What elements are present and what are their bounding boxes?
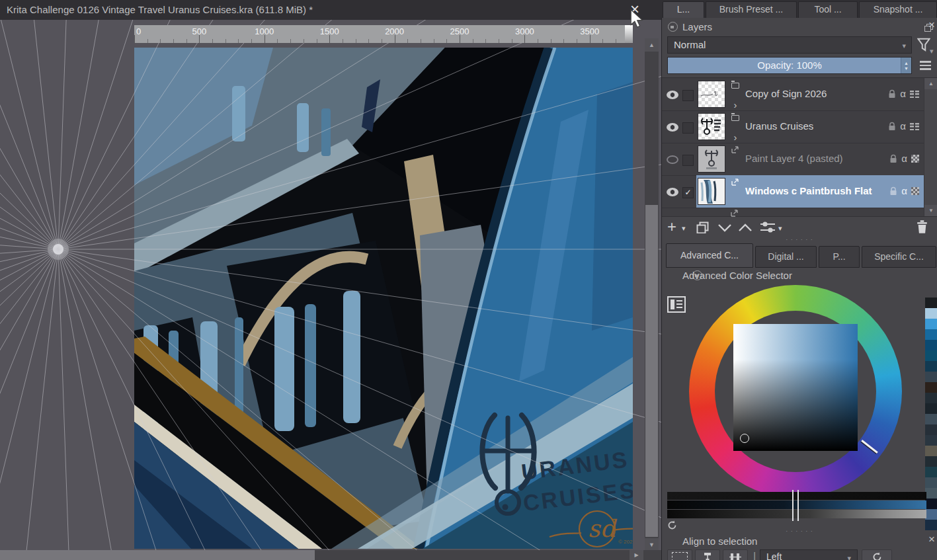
- scroll-right-button[interactable]: ▶: [630, 550, 643, 560]
- history-swatch[interactable]: [925, 298, 937, 308]
- tab-specific-color[interactable]: Specific C...: [862, 246, 936, 268]
- tab-brush-preset[interactable]: Brush Preset ...: [706, 1, 797, 18]
- visibility-eye-icon[interactable]: [667, 188, 678, 196]
- alpha-icon[interactable]: α: [901, 154, 907, 163]
- scroll-down-button[interactable]: ▼: [645, 538, 659, 551]
- align-refresh-button[interactable]: [862, 549, 892, 560]
- visibility-eye-icon[interactable]: [667, 123, 678, 132]
- lock-icon[interactable]: [889, 186, 897, 196]
- layer-checkbox[interactable]: [682, 155, 694, 166]
- history-swatch[interactable]: [925, 488, 937, 499]
- opacity-slider[interactable]: Opacity: 100% ▲▼: [667, 57, 912, 74]
- layer-checkbox[interactable]: [682, 122, 694, 134]
- history-swatch[interactable]: [925, 319, 937, 329]
- lightness-strip[interactable]: [667, 492, 926, 500]
- history-swatch[interactable]: [925, 340, 937, 350]
- history-swatch[interactable]: [925, 456, 937, 467]
- close-docker-icon[interactable]: ×: [928, 535, 935, 544]
- layer-name[interactable]: Uranus Cruises: [745, 120, 813, 132]
- blend-mode-dropdown[interactable]: Normal ▾: [667, 36, 912, 54]
- tab-palette[interactable]: P...: [819, 246, 860, 268]
- layer-properties-button[interactable]: [760, 221, 776, 233]
- layer-row[interactable]: › Copy of Sign 2026 α: [662, 78, 924, 111]
- close-button[interactable]: ×: [624, 0, 645, 20]
- visibility-eye-icon[interactable]: [667, 155, 678, 164]
- history-swatch[interactable]: [925, 329, 937, 340]
- history-swatch[interactable]: [925, 424, 937, 435]
- duplicate-layer-button[interactable]: [696, 221, 710, 233]
- color-slider-strips[interactable]: [667, 492, 926, 519]
- layer-checkbox[interactable]: ✓: [682, 187, 694, 198]
- layer-name[interactable]: Copy of Sign 2026: [745, 88, 827, 99]
- history-swatch[interactable]: [925, 308, 937, 319]
- history-swatch[interactable]: [925, 477, 937, 488]
- history-swatch[interactable]: [925, 393, 937, 403]
- scroll-down-button[interactable]: ▼: [924, 205, 937, 216]
- tab-tool[interactable]: Tool ...: [798, 1, 858, 18]
- tab-digital-colors[interactable]: Digital ...: [755, 246, 817, 268]
- alpha-channel-icon[interactable]: [911, 155, 919, 163]
- chevron-right-icon[interactable]: ›: [729, 134, 741, 141]
- layer-row-selected[interactable]: ✓ Windows c Paintbrush Flat α: [662, 175, 924, 208]
- group-layer-badge[interactable]: ›: [729, 112, 741, 141]
- history-swatch[interactable]: [925, 509, 937, 520]
- history-swatch[interactable]: [925, 467, 937, 477]
- lock-icon[interactable]: [888, 89, 896, 99]
- history-swatch[interactable]: [925, 382, 937, 393]
- distribute-mode-button[interactable]: [723, 549, 748, 560]
- move-layer-down-button[interactable]: [717, 223, 732, 232]
- layer-row[interactable]: › Uranus Cruises α: [662, 110, 924, 143]
- move-layer-up-button[interactable]: [738, 223, 753, 232]
- scroll-up-button[interactable]: ▲: [645, 38, 659, 52]
- splitter-handle[interactable]: · · · · · ·: [662, 529, 937, 533]
- alpha-icon[interactable]: α: [900, 122, 906, 131]
- alpha-icon[interactable]: α: [901, 186, 907, 196]
- history-swatch[interactable]: [925, 350, 937, 361]
- chevron-right-icon[interactable]: ›: [729, 102, 741, 108]
- layer-row[interactable]: Paint Layer 4 (pasted) α: [662, 143, 924, 176]
- delete-layer-button[interactable]: [917, 220, 928, 233]
- lock-icon[interactable]: [888, 122, 896, 131]
- splitter-handle[interactable]: · · · · · ·: [662, 237, 937, 241]
- align-side-dropdown[interactable]: Left ▾: [760, 549, 858, 560]
- filter-icon[interactable]: [917, 38, 930, 52]
- vertical-scrollbar[interactable]: ▲ ▼: [645, 38, 659, 551]
- tab-advanced-color[interactable]: Advanced C...: [666, 243, 753, 268]
- history-swatch[interactable]: [925, 361, 937, 372]
- layers-menu-icon[interactable]: [920, 61, 931, 70]
- layer-list-scrollbar[interactable]: ▲ ▼: [924, 78, 937, 216]
- value-strip[interactable]: [667, 510, 926, 518]
- saturation-strip[interactable]: [667, 500, 926, 509]
- history-swatch[interactable]: [925, 446, 937, 456]
- layer-name[interactable]: Paint Layer 4 (pasted): [745, 153, 843, 164]
- vertical-scrollbar-thumb[interactable]: [645, 205, 658, 537]
- scroll-up-button[interactable]: ▲: [924, 78, 937, 89]
- inherit-alpha-icon[interactable]: [910, 91, 919, 98]
- history-swatch[interactable]: [925, 414, 937, 424]
- docker-lock-icon[interactable]: [668, 22, 678, 32]
- alpha-channel-icon[interactable]: [911, 187, 919, 195]
- alpha-icon[interactable]: α: [900, 89, 906, 99]
- tab-snapshot[interactable]: Snapshot ...: [859, 1, 937, 18]
- horizontal-scrollbar-thumb[interactable]: [0, 550, 315, 560]
- layer-name[interactable]: Windows c Paintbrush Flat: [745, 185, 872, 196]
- align-mode-button[interactable]: [695, 549, 720, 560]
- add-layer-caret-icon[interactable]: ▾: [682, 224, 686, 233]
- group-layer-badge[interactable]: ›: [729, 79, 741, 109]
- add-layer-button[interactable]: +: [667, 220, 676, 234]
- layer-checkbox[interactable]: [682, 90, 694, 101]
- history-swatch[interactable]: [925, 499, 937, 509]
- visibility-eye-icon[interactable]: [667, 91, 678, 99]
- canvas-painting[interactable]: URANUS CRUISES sd © 2026: [134, 48, 633, 549]
- saturation-value-square[interactable]: [733, 324, 858, 451]
- horizontal-scrollbar[interactable]: ▶: [0, 550, 661, 560]
- history-swatch[interactable]: [925, 372, 937, 382]
- opacity-spinner[interactable]: ▲▼: [901, 58, 911, 73]
- lock-icon[interactable]: [889, 154, 897, 163]
- properties-caret-icon[interactable]: ▾: [778, 224, 782, 233]
- selector-shape-settings-icon[interactable]: [667, 296, 686, 313]
- history-swatch[interactable]: [925, 403, 937, 414]
- close-docker-icon[interactable]: ×: [928, 20, 935, 30]
- tab-layers[interactable]: L...: [663, 1, 704, 18]
- select-region-button[interactable]: [667, 549, 692, 560]
